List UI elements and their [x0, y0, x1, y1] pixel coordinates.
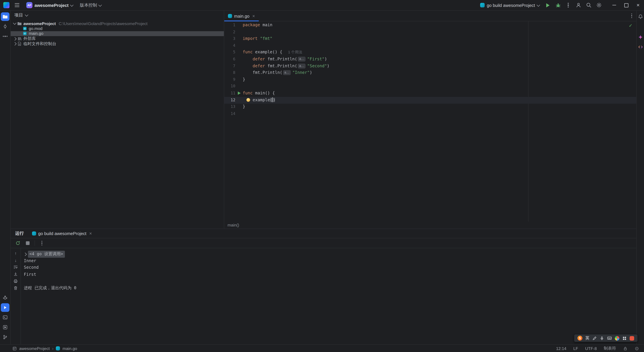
scroll-down-icon[interactable]: ↓: [12, 257, 19, 263]
folded-console-region[interactable]: <4 go 设置调用>: [28, 251, 65, 257]
line-number[interactable]: 8: [224, 69, 236, 76]
close-tab-icon[interactable]: ×: [252, 13, 255, 18]
gutter[interactable]: [235, 69, 243, 76]
tree-item-main.go[interactable]: main.go: [10, 31, 224, 36]
gutter[interactable]: [235, 110, 243, 117]
fold-arrow-icon[interactable]: [24, 253, 26, 256]
code-line-13[interactable]: 13}: [224, 103, 636, 110]
code-text[interactable]: }: [243, 76, 636, 83]
line-number[interactable]: 4: [224, 42, 236, 49]
code-text[interactable]: [243, 28, 636, 35]
code-line-11[interactable]: 11func main() {: [224, 90, 636, 97]
run-tab[interactable]: go build awesomeProject ×: [28, 229, 96, 238]
ime-skin-icon[interactable]: [615, 336, 620, 341]
code-text[interactable]: fmt.Println(a…"Inner"): [243, 69, 636, 76]
code-line-8[interactable]: 8 fmt.Println(a…"Inner"): [224, 69, 636, 76]
gutter[interactable]: [235, 103, 243, 110]
code-line-10[interactable]: 10: [224, 83, 636, 90]
code-editor[interactable]: ✓ 1package main23import "fmt"45func exam…: [224, 21, 636, 222]
code-with-me-button[interactable]: [574, 1, 584, 10]
debug-tool-button[interactable]: [1, 294, 10, 302]
line-number[interactable]: 7: [224, 63, 236, 69]
project-panel-header[interactable]: 项目: [10, 10, 224, 20]
code-line-9[interactable]: 9}: [224, 76, 636, 83]
ime-pen-icon[interactable]: [592, 336, 597, 341]
code-text[interactable]: package main: [243, 22, 636, 28]
commit-tool-button[interactable]: [1, 22, 10, 31]
line-number[interactable]: 2: [224, 28, 236, 35]
intention-bulb-icon[interactable]: [246, 98, 250, 102]
code-text[interactable]: func example() {1 个用法: [243, 49, 636, 56]
line-number[interactable]: 5: [224, 49, 236, 56]
code-text[interactable]: }: [243, 103, 636, 110]
line-number[interactable]: 6: [224, 56, 236, 63]
breadcrumb-context[interactable]: main(): [228, 223, 239, 227]
status-indicator-icon[interactable]: [634, 346, 639, 351]
keyboard-icon[interactable]: [607, 336, 612, 341]
print-icon[interactable]: [12, 278, 19, 284]
gutter[interactable]: [235, 97, 243, 103]
tree-item-临时文件和控制台[interactable]: 临时文件和控制台: [10, 41, 224, 46]
line-number[interactable]: 12: [224, 97, 236, 103]
run-tool-button[interactable]: [1, 303, 10, 312]
project-tool-button[interactable]: [1, 12, 10, 21]
readonly-lock-icon[interactable]: [623, 346, 628, 351]
run-button[interactable]: [542, 1, 553, 10]
code-text[interactable]: defer fmt.Println(a…"Second"): [243, 63, 636, 69]
rerun-button[interactable]: [14, 240, 21, 246]
tab-options-button[interactable]: [631, 14, 636, 18]
code-line-4[interactable]: 4: [224, 42, 636, 49]
soft-wrap-icon[interactable]: [12, 264, 19, 270]
caret-position-widget[interactable]: 12:14: [556, 346, 566, 351]
encoding-widget[interactable]: UTF-8: [585, 346, 597, 351]
tree-item-go.mod[interactable]: go.mod: [10, 26, 224, 31]
stop-button[interactable]: [24, 240, 31, 246]
code-line-6[interactable]: 6 defer fmt.Println(a…"First"): [224, 56, 636, 63]
chevron-right-icon[interactable]: [13, 42, 16, 45]
scroll-up-icon[interactable]: ↑: [12, 250, 19, 256]
line-number[interactable]: 10: [224, 83, 236, 90]
ai-assistant-icon[interactable]: [636, 33, 644, 41]
more-actions-button[interactable]: [563, 1, 574, 10]
code-line-1[interactable]: 1package main: [224, 22, 636, 28]
gutter[interactable]: [235, 90, 243, 97]
project-widget-button[interactable]: AP awesomeProject: [24, 1, 74, 9]
gutter[interactable]: [235, 28, 243, 35]
settings-gear-icon[interactable]: [594, 1, 604, 10]
code-text[interactable]: import "fmt": [243, 35, 636, 42]
gutter[interactable]: [235, 22, 243, 28]
gutter[interactable]: [235, 42, 243, 49]
code-text[interactable]: defer fmt.Println(a…"First"): [243, 56, 636, 63]
minimize-button[interactable]: [608, 0, 620, 10]
tree-item-外部库[interactable]: 外部库: [10, 36, 224, 41]
clear-console-icon[interactable]: [12, 285, 19, 291]
line-number[interactable]: 1: [224, 22, 236, 28]
code-text[interactable]: [243, 110, 636, 117]
run-configuration-selector[interactable]: go build awesomeProject: [480, 3, 539, 7]
gutter[interactable]: [235, 76, 243, 83]
code-text[interactable]: [243, 83, 636, 90]
code-line-14[interactable]: 14: [224, 110, 636, 117]
code-line-12[interactable]: 12 example(): [224, 97, 636, 103]
ime-toolbox-grid-icon[interactable]: [622, 336, 627, 341]
status-project[interactable]: awesomeProject: [19, 346, 50, 351]
line-number[interactable]: 3: [224, 35, 236, 42]
gutter[interactable]: [235, 83, 243, 90]
run-console[interactable]: <4 go 设置调用>InnerSecondFirst 进程 已完成，退出代码为…: [21, 248, 636, 344]
code-text[interactable]: func main() {: [243, 90, 636, 97]
run-gutter-icon[interactable]: [238, 91, 240, 95]
editor-tab-maingo[interactable]: main.go ×: [224, 10, 259, 21]
ime-extra-icon[interactable]: [630, 336, 634, 341]
microphone-icon[interactable]: [600, 336, 604, 341]
version-control-tool-button[interactable]: [1, 333, 10, 342]
main-menu-button[interactable]: [13, 2, 21, 9]
status-file[interactable]: main.go: [62, 346, 77, 351]
code-line-7[interactable]: 7 defer fmt.Println(a…"Second"): [224, 63, 636, 69]
code-text[interactable]: [243, 42, 636, 49]
console-more-button[interactable]: [38, 240, 45, 246]
search-everywhere-button[interactable]: [584, 1, 594, 10]
gutter[interactable]: [235, 56, 243, 63]
line-number[interactable]: 11: [224, 90, 236, 97]
gutter[interactable]: [235, 35, 243, 42]
line-number[interactable]: 9: [224, 76, 236, 83]
